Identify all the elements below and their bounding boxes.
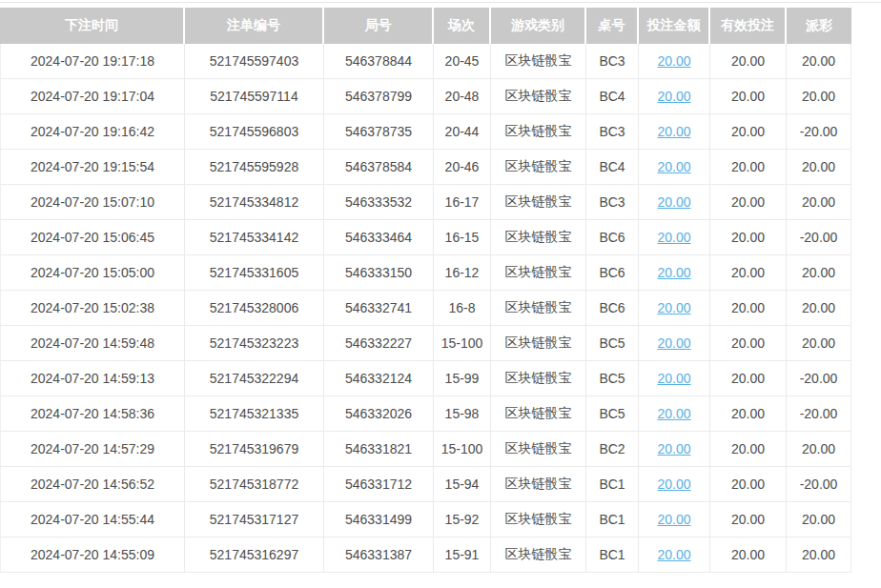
cell-bet_amount: 20.00 — [639, 255, 710, 291]
cell-order_no: 521745318772 — [185, 467, 324, 502]
bet-amount-link[interactable]: 20.00 — [657, 194, 690, 210]
table-header: 下注时间注单编号局号场次游戏类别桌号投注金额有效投注派彩 — [0, 8, 851, 44]
cell-game_type: 区块链骰宝 — [491, 396, 586, 432]
column-header-valid_bet: 有效投注 — [710, 8, 787, 44]
cell-table_no: BC6 — [586, 220, 639, 255]
cell-payout: -20.00 — [787, 114, 851, 150]
bet-amount-link[interactable]: 20.00 — [657, 335, 690, 351]
cell-table_no: BC2 — [586, 432, 639, 467]
bet-amount-link[interactable]: 20.00 — [657, 512, 690, 527]
cell-payout: 20.00 — [787, 185, 851, 220]
cell-game_type: 区块链骰宝 — [491, 432, 586, 467]
cell-bet_amount: 20.00 — [639, 396, 710, 432]
table-row: 2024-07-20 14:58:36521745321335546332026… — [0, 396, 851, 432]
cell-round_no: 546333464 — [324, 220, 434, 255]
cell-session: 15-100 — [434, 326, 491, 361]
bet-amount-link[interactable]: 20.00 — [657, 371, 690, 386]
cell-payout: -20.00 — [787, 467, 851, 502]
cell-payout: 20.00 — [787, 150, 851, 185]
cell-round_no: 546332124 — [324, 361, 434, 396]
cell-game_type: 区块链骰宝 — [491, 220, 586, 255]
cell-order_no: 521745595928 — [185, 150, 324, 185]
column-header-game_type: 游戏类别 — [491, 8, 586, 44]
table-row: 2024-07-20 14:56:52521745318772546331712… — [0, 467, 851, 502]
bet-amount-link[interactable]: 20.00 — [657, 124, 690, 139]
cell-game_type: 区块链骰宝 — [491, 537, 586, 573]
table-row: 2024-07-20 15:07:10521745334812546333532… — [0, 185, 851, 220]
cell-bet_amount: 20.00 — [639, 326, 710, 361]
bet-amount-link[interactable]: 20.00 — [657, 406, 690, 421]
cell-order_no: 521745597403 — [185, 44, 324, 79]
cell-order_no: 521745334812 — [185, 185, 324, 220]
cell-valid_bet: 20.00 — [710, 114, 787, 150]
cell-game_type: 区块链骰宝 — [491, 361, 586, 396]
table-row: 2024-07-20 14:59:48521745323223546332227… — [0, 326, 851, 361]
cell-order_no: 521745317127 — [185, 502, 324, 537]
cell-round_no: 546331821 — [324, 432, 434, 467]
cell-valid_bet: 20.00 — [710, 79, 787, 114]
cell-table_no: BC3 — [586, 44, 639, 79]
cell-game_type: 区块链骰宝 — [491, 114, 586, 150]
bet-amount-link[interactable]: 20.00 — [657, 53, 690, 69]
cell-valid_bet: 20.00 — [710, 432, 787, 467]
cell-table_no: BC4 — [586, 79, 639, 114]
cell-bet_amount: 20.00 — [639, 537, 710, 573]
bet-amount-link[interactable]: 20.00 — [657, 300, 690, 315]
cell-payout: 20.00 — [787, 502, 851, 537]
cell-round_no: 546331712 — [324, 467, 434, 502]
cell-payout: 20.00 — [787, 291, 851, 326]
cell-table_no: BC3 — [586, 114, 639, 150]
cell-time: 2024-07-20 15:06:45 — [0, 220, 185, 255]
bet-amount-link[interactable]: 20.00 — [657, 89, 690, 104]
bet-amount-link[interactable]: 20.00 — [657, 476, 690, 492]
cell-session: 15-99 — [434, 361, 491, 396]
cell-bet_amount: 20.00 — [639, 220, 710, 255]
cell-session: 15-98 — [434, 396, 491, 432]
cell-table_no: BC6 — [586, 291, 639, 326]
cell-round_no: 546378735 — [324, 114, 434, 150]
cell-game_type: 区块链骰宝 — [491, 502, 586, 537]
cell-order_no: 521745597114 — [185, 79, 324, 114]
cell-payout: -20.00 — [787, 220, 851, 255]
column-header-table_no: 桌号 — [586, 8, 639, 44]
cell-round_no: 546332227 — [324, 326, 434, 361]
bet-amount-link[interactable]: 20.00 — [657, 265, 690, 280]
column-header-order_no: 注单编号 — [185, 8, 324, 44]
bet-amount-link[interactable]: 20.00 — [657, 159, 690, 174]
cell-order_no: 521745321335 — [185, 396, 324, 432]
cell-game_type: 区块链骰宝 — [491, 326, 586, 361]
cell-game_type: 区块链骰宝 — [491, 467, 586, 502]
cell-bet_amount: 20.00 — [639, 79, 710, 114]
bet-records-page: 下注时间注单编号局号场次游戏类别桌号投注金额有效投注派彩 2024-07-20 … — [0, 0, 881, 588]
table-row: 2024-07-20 19:17:18521745597403546378844… — [0, 44, 851, 79]
header-row: 下注时间注单编号局号场次游戏类别桌号投注金额有效投注派彩 — [0, 8, 851, 44]
cell-game_type: 区块链骰宝 — [491, 185, 586, 220]
cell-time: 2024-07-20 14:56:52 — [0, 467, 185, 502]
cell-session: 15-92 — [434, 502, 491, 537]
bet-amount-link[interactable]: 20.00 — [657, 547, 690, 562]
column-header-bet_amount: 投注金额 — [639, 8, 710, 44]
cell-table_no: BC1 — [586, 467, 639, 502]
cell-valid_bet: 20.00 — [710, 326, 787, 361]
cell-table_no: BC4 — [586, 150, 639, 185]
cell-round_no: 546378844 — [324, 44, 434, 79]
cell-order_no: 521745596803 — [185, 114, 324, 150]
cell-payout: 20.00 — [787, 44, 851, 79]
cell-order_no: 521745331605 — [185, 255, 324, 291]
cell-time: 2024-07-20 15:02:38 — [0, 291, 185, 326]
cell-bet_amount: 20.00 — [639, 185, 710, 220]
cell-round_no: 546331387 — [324, 537, 434, 573]
cell-game_type: 区块链骰宝 — [491, 291, 586, 326]
cell-valid_bet: 20.00 — [710, 150, 787, 185]
cell-round_no: 546333532 — [324, 185, 434, 220]
cell-session: 16-8 — [434, 291, 491, 326]
cell-round_no: 546331499 — [324, 502, 434, 537]
bet-amount-link[interactable]: 20.00 — [657, 230, 690, 245]
cell-time: 2024-07-20 14:58:36 — [0, 396, 185, 432]
bet-amount-link[interactable]: 20.00 — [657, 441, 690, 456]
cell-bet_amount: 20.00 — [639, 502, 710, 537]
cell-payout: 20.00 — [787, 432, 851, 467]
cell-session: 20-48 — [434, 79, 491, 114]
cell-valid_bet: 20.00 — [710, 44, 787, 79]
cell-round_no: 546378584 — [324, 150, 434, 185]
